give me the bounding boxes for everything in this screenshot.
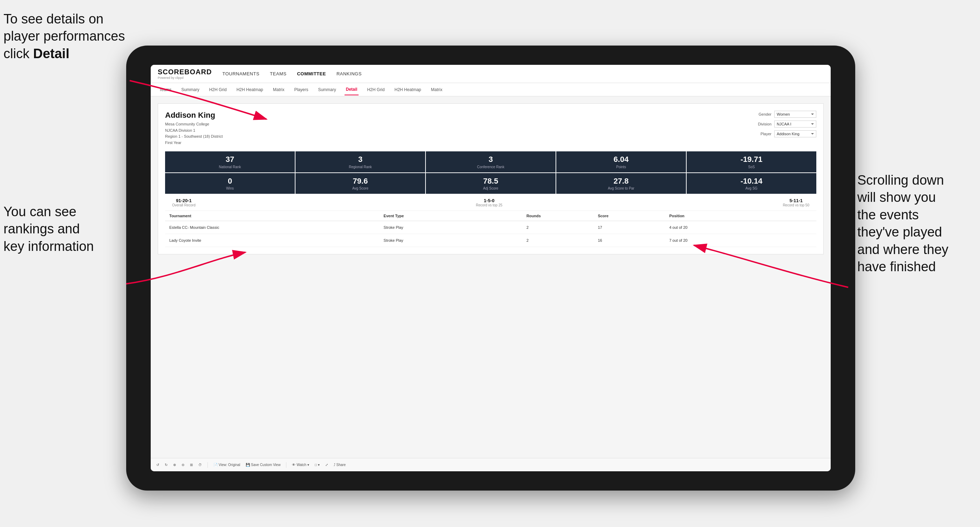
subnav-h2h-grid[interactable]: H2H Grid (208, 84, 228, 95)
stat-adj-score: 78.5 Adj Score (426, 173, 555, 194)
stat-avg-sg: -10.14 Avg SG (687, 173, 816, 194)
record-top50: 5-11-1 Record vs top 50 (783, 198, 809, 207)
player-header: Addison King Mesa Community College NJCA… (165, 111, 816, 146)
position-2: 7 out of 20 (669, 238, 812, 243)
logo-area: SCOREBOARD Powered by clippd (158, 68, 212, 79)
stat-wins-label: Wins (169, 186, 291, 190)
event-type-2: Stroke Play (383, 238, 527, 243)
player-filters: Gender Women Division NJCAA I (751, 111, 816, 137)
table-row: Lady Coyote Invite Stroke Play 2 16 7 ou… (165, 234, 816, 247)
stat-points-val: 6.04 (560, 155, 682, 164)
expand-btn[interactable]: ⤢ (325, 463, 328, 467)
stat-national-rank: 37 National Rank (165, 151, 295, 172)
player-college: Mesa Community College (165, 121, 223, 127)
player-year: First Year (165, 140, 223, 146)
tournament-name-1: Estella CC- Mountain Classic (169, 225, 383, 230)
stat-avg-score-val: 79.6 (299, 176, 422, 186)
rounds-1: 2 (527, 225, 598, 230)
player-filter-row: Player Addison King (751, 130, 816, 137)
division-label: Division (751, 122, 772, 126)
tablet-frame: SCOREBOARD Powered by clippd TOURNAMENTS… (126, 46, 855, 490)
col-event-type: Event Type (383, 214, 527, 218)
stat-conference-rank-label: Conference Rank (430, 165, 552, 169)
player-card: Addison King Mesa Community College NJCA… (158, 103, 824, 254)
player-select[interactable]: Addison King (774, 130, 816, 137)
screen-btn[interactable]: □ ▾ (315, 463, 320, 467)
save-custom-view-btn[interactable]: 💾 Save Custom View (246, 463, 280, 467)
nav-tournaments[interactable]: TOURNAMENTS (222, 70, 259, 78)
subnav-players[interactable]: Players (293, 84, 310, 95)
player-label: Player (751, 132, 772, 136)
score-1: 17 (598, 225, 670, 230)
player-name: Addison King (165, 111, 223, 120)
stat-national-rank-label: National Rank (169, 165, 291, 169)
tournament-name-2: Lady Coyote Invite (169, 238, 383, 243)
redo-btn[interactable]: ↻ (165, 463, 167, 467)
subnav-detail[interactable]: Detail (345, 84, 359, 95)
tablet-screen: SCOREBOARD Powered by clippd TOURNAMENTS… (151, 65, 831, 471)
stat-avg-score-label: Avg Score (299, 186, 422, 190)
stat-regional-rank-val: 3 (299, 155, 422, 164)
subnav-teams[interactable]: Teams (158, 84, 173, 95)
zoom-out-btn[interactable]: ⊖ (181, 463, 185, 467)
bottom-toolbar: ↺ ↻ ⊕ ⊖ ⊞ ⏱ 📄 View: Original 💾 Save Cust… (151, 458, 831, 471)
col-rounds: Rounds (527, 214, 598, 218)
share-btn[interactable]: ⤴ Share (334, 463, 345, 467)
subnav-h2h-heatmap2[interactable]: H2H Heatmap (393, 84, 422, 95)
undo-btn[interactable]: ↺ (156, 463, 159, 467)
player-division: NJCAA Division 1 (165, 127, 223, 134)
content-area[interactable]: Addison King Mesa Community College NJCA… (151, 96, 831, 458)
col-score: Score (598, 214, 670, 218)
position-1: 4 out of 20 (669, 225, 812, 230)
gender-select[interactable]: Women (774, 111, 816, 118)
stat-national-rank-val: 37 (169, 155, 291, 164)
table-row: Estella CC- Mountain Classic Stroke Play… (165, 221, 816, 234)
record-top25: 1-5-0 Record vs top 25 (476, 198, 503, 207)
division-select[interactable]: NJCAA I (774, 121, 816, 127)
stat-points-label: Points (560, 165, 682, 169)
subnav-matrix2[interactable]: Matrix (430, 84, 444, 95)
col-tournament: Tournament (169, 214, 383, 218)
logo-sub: Powered by clippd (158, 76, 212, 79)
annotation-right: Scrolling downwill show youthe eventsthe… (858, 172, 977, 275)
stat-avg-sg-val: -10.14 (690, 176, 813, 186)
subnav-matrix[interactable]: Matrix (272, 84, 286, 95)
nav-teams[interactable]: TEAMS (270, 70, 286, 78)
gender-filter-row: Gender Women (751, 111, 816, 118)
record-top25-val: 1-5-0 (476, 198, 503, 203)
record-top50-val: 5-11-1 (783, 198, 809, 203)
grid-btn[interactable]: ⊞ (190, 463, 193, 467)
separator2 (286, 462, 286, 468)
subnav-h2h-grid2[interactable]: H2H Grid (366, 84, 386, 95)
annotation-detail-bold: Detail (33, 46, 69, 61)
subnav-summary2[interactable]: Summary (317, 84, 337, 95)
col-position: Position (669, 214, 812, 218)
logo-text: SCOREBOARD (158, 68, 212, 76)
stat-wins-val: 0 (169, 176, 291, 186)
record-overall-val: 91-20-1 (172, 198, 196, 203)
zoom-in-btn[interactable]: ⊕ (173, 463, 176, 467)
gender-label: Gender (751, 112, 772, 116)
stat-wins: 0 Wins (165, 173, 295, 194)
stat-sos: -19.71 SoS (687, 151, 816, 172)
annotation-top-left: To see details on player performances cl… (3, 11, 130, 62)
stat-sos-val: -19.71 (690, 155, 813, 164)
record-top50-label: Record vs top 50 (783, 203, 809, 207)
subnav-summary[interactable]: Summary (180, 84, 200, 95)
nav-rankings[interactable]: RANKINGS (336, 70, 362, 78)
record-overall-label: Overall Record (172, 203, 196, 207)
view-original-btn[interactable]: 📄 View: Original (213, 463, 240, 467)
stat-adj-score-label: Adj Score (430, 186, 552, 190)
table-header: Tournament Event Type Rounds Score Posit… (165, 211, 816, 221)
subnav-h2h-heatmap[interactable]: H2H Heatmap (235, 84, 265, 95)
event-type-1: Stroke Play (383, 225, 527, 230)
stats-row2: 0 Wins 79.6 Avg Score 78.5 Adj Score 27.… (165, 173, 816, 194)
stat-avg-score-par: 27.8 Avg Score to Par (556, 173, 686, 194)
score-2: 16 (598, 238, 670, 243)
stat-avg-score: 79.6 Avg Score (296, 173, 425, 194)
stat-regional-rank-label: Regional Rank (299, 165, 422, 169)
nav-committee[interactable]: COMMITTEE (297, 70, 326, 78)
time-btn[interactable]: ⏱ (198, 463, 202, 467)
watch-btn[interactable]: 👁 Watch ▾ (292, 463, 309, 467)
top-nav: SCOREBOARD Powered by clippd TOURNAMENTS… (151, 65, 831, 83)
